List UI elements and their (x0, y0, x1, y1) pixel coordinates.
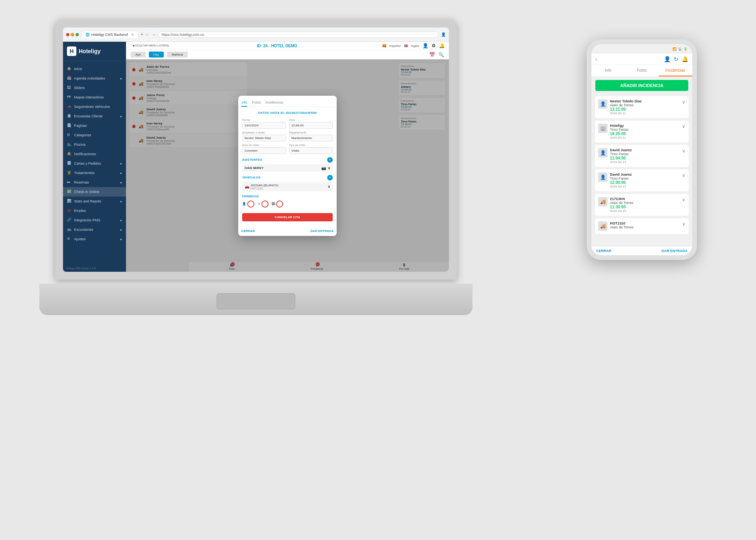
modal-tab-fotos[interactable]: Fotos (252, 99, 261, 107)
phone-tab-fotos[interactable]: Fotos (625, 65, 658, 76)
modal-tab-info[interactable]: Info (241, 99, 247, 107)
chevron-down-icon[interactable]: ∨ (682, 124, 686, 129)
phone-battery-icon: 🔋 (684, 47, 687, 51)
settings-profile-icon[interactable]: ⚙ (432, 43, 436, 48)
sidebar-item-reservas[interactable]: 🛏 Reservas ▸ (63, 178, 126, 187)
sidebar-item-inicio[interactable]: 🏠 Inicio (63, 64, 126, 74)
phone-back-icon[interactable]: ‹ (595, 56, 597, 62)
lang-en-label[interactable]: Inglés (411, 44, 419, 48)
forward-icon[interactable]: → (152, 32, 156, 37)
work-icon: 💼 (67, 208, 72, 213)
notification-bell-icon[interactable]: 🔔 (439, 43, 445, 48)
vehicle-name: NISSAN (BLANCO) (251, 184, 278, 187)
list-item[interactable]: 🏢 Hoteligy Tirso Farias 18:25:00 2024-03… (595, 120, 689, 143)
chevron-down-icon[interactable]: ∨ (682, 148, 686, 154)
sidebar-item-mapas[interactable]: 🗺 Mapas Interactivos (63, 93, 126, 102)
add-incidence-button[interactable]: AÑADIR INCIDENCIA (595, 80, 688, 91)
permisos-label: PERMISOS (242, 195, 259, 198)
close-dot[interactable] (66, 33, 69, 36)
sidebar-item-agenda[interactable]: 📅 Agenda Actividades ▸ (63, 74, 126, 83)
sidebar-item-notificaciones[interactable]: 🔔 Notificaciones (63, 149, 126, 159)
phone-dar-entrada-button[interactable]: DAR ENTRADA (662, 249, 687, 253)
sidebar-item-sliders[interactable]: 🖼 Sliders (63, 83, 126, 93)
sidebar-item-piscina[interactable]: 🏊 Piscina (63, 140, 126, 149)
permiso-circle-person[interactable] (247, 200, 254, 208)
calendar-picker-icon[interactable]: 📅 (429, 52, 435, 58)
maximize-dot[interactable] (76, 33, 79, 36)
phone-bell-icon[interactable]: 🔔 (682, 56, 688, 62)
user-profile-icon[interactable]: 👤 (422, 43, 428, 48)
add-asistente-button[interactable]: + (327, 157, 333, 163)
sidebar-item-seguimiento[interactable]: 🚗 Seguimiento Vehículos (63, 102, 126, 111)
incident-time: 11:30:00 (610, 205, 634, 209)
modal-tab-incidencias[interactable]: Incidencias (266, 99, 284, 107)
address-bar[interactable]: https://cms.hoteligy.com.co (158, 32, 439, 38)
pool-icon: 🏊 (67, 142, 72, 147)
phone-sync-icon[interactable]: ↻ (674, 56, 678, 62)
nav-label-encuestas: Encuestas Cliente (74, 114, 103, 118)
sidebar-item-encuestas[interactable]: 📋 Encuestas Cliente ▸ (63, 111, 126, 121)
hide-menu-button[interactable]: ◀ OCULTAR MENÚ LATERAL (130, 43, 172, 48)
incident-secondary-name: Alain de Torres (610, 225, 634, 229)
sidebar-item-excursiones[interactable]: 🚌 Excursiones ▸ (63, 225, 126, 234)
hora-value: 15:46:00 (289, 122, 333, 129)
sidebar-item-ajustes[interactable]: ⚙ Ajustes ▸ (63, 234, 126, 244)
phone-cerrar-button[interactable]: CERRAR (596, 249, 611, 253)
sidebar-item-categorias[interactable]: ⊞ Categorias (63, 130, 126, 140)
cancel-cita-button[interactable]: CANCELAR CITA (242, 213, 333, 221)
minimize-dot[interactable] (71, 33, 74, 36)
sidebar-logo: H Hoteligy (63, 42, 126, 61)
toolbar-aye-button[interactable]: Aye (131, 52, 146, 58)
vehicle-expand-icon[interactable]: ∨ (328, 184, 330, 189)
user-icon[interactable]: 👤 (441, 32, 446, 37)
back-icon[interactable]: ← (145, 32, 149, 37)
toolbar-manana-button[interactable]: Mañana (167, 52, 188, 58)
permiso-circle-parking[interactable] (276, 200, 283, 208)
sidebar-item-checkin[interactable]: ✅ Check-in Online (63, 187, 126, 197)
dar-entrada-button[interactable]: DAR ENTRADA (310, 229, 334, 233)
chevron-down-icon[interactable]: ∨ (682, 197, 686, 202)
sidebar-item-tratamientos[interactable]: 💆 Tratamientos ▸ (63, 168, 126, 178)
add-vehiculo-button[interactable]: + (327, 175, 333, 180)
close-tab-icon[interactable]: ✕ (131, 33, 134, 37)
modal-overlay[interactable]: Info Fotos Incidencias DATOS VISITA ID: … (126, 59, 449, 272)
permiso-circle-gear[interactable] (261, 200, 269, 208)
form-group-empleado: Empleado a visitar Nestor Toledo Diaz (242, 131, 286, 141)
chevron-down-icon[interactable]: ∨ (682, 99, 686, 105)
car-icon: 🚗 (67, 104, 72, 109)
search-icon[interactable]: 🔍 (438, 52, 444, 58)
list-item[interactable]: 👤 Nestor Toledo Diaz Alain de Torres 13:… (595, 96, 689, 119)
cerrar-button[interactable]: CERRAR (241, 229, 255, 233)
toolbar-hoy-button[interactable]: Hoy (149, 52, 164, 58)
list-item[interactable]: 🚚 2172JKN Alain de Torres 11:30:00 2024-… (595, 193, 689, 216)
sidebar-item-empleo[interactable]: 💼 Empleo (63, 206, 126, 215)
phone-screen: 📶 📡 🔋 ‹ 👤 ↻ 🔔 Info Fotos Incidencias AÑA… (591, 44, 692, 255)
browser-tab[interactable]: 🌐 Hoteligy CMS Backend ✕ (81, 31, 139, 38)
sidebar-item-integracion[interactable]: 🔗 Integración PMS ▸ (63, 215, 126, 225)
list-item[interactable]: 🚚 HOT1310 Alain de Torres ∨ (595, 218, 689, 234)
qr-icon[interactable]: 📷 (321, 166, 326, 170)
list-item[interactable]: 👤 David Juarez Tirso Farias 11:04:00 202… (595, 145, 689, 167)
sidebar-item-cartas[interactable]: 📃 Cartas y Pedidos ▸ (63, 159, 126, 168)
chevron-right-stats-icon: ▸ (120, 200, 122, 203)
laptop-trackpad[interactable] (217, 293, 295, 309)
gear-icon: ⚙ (67, 237, 72, 241)
chevron-down-icon[interactable]: ∨ (682, 221, 686, 227)
phone-wifi-icon: 📡 (678, 47, 682, 51)
list-item[interactable]: 👤 David Juarez Tirso Farias 12:00:00 202… (595, 169, 689, 192)
modal-body: DATOS VISITA ID: 92/24627C9DA4FR00 Fecha… (238, 107, 337, 228)
sidebar-item-paginas[interactable]: 📄 Paginas (63, 121, 126, 130)
form-row-empleado-dept: Empleado a visitar Nestor Toledo Diaz De… (242, 131, 333, 141)
phone-tab-incidencias[interactable]: Incidencias (659, 65, 692, 76)
tipo-value: Visita (289, 147, 333, 154)
incident-main-name: 2172JKN (610, 197, 634, 201)
sidebar-item-stats[interactable]: 📊 Stats and Repots ▸ (63, 197, 126, 206)
new-tab-icon[interactable]: + (141, 32, 143, 37)
phone-user-icon[interactable]: 👤 (664, 56, 671, 62)
area-value: Comedor (242, 147, 286, 154)
lang-es-label[interactable]: Español (389, 44, 401, 48)
expand-icon[interactable]: ∨ (328, 166, 330, 170)
phone-tab-info[interactable]: Info (591, 65, 625, 76)
incident-names: David Juarez Tirso Farias 11:04:00 2024-… (610, 148, 632, 164)
chevron-down-icon[interactable]: ∨ (682, 173, 686, 178)
